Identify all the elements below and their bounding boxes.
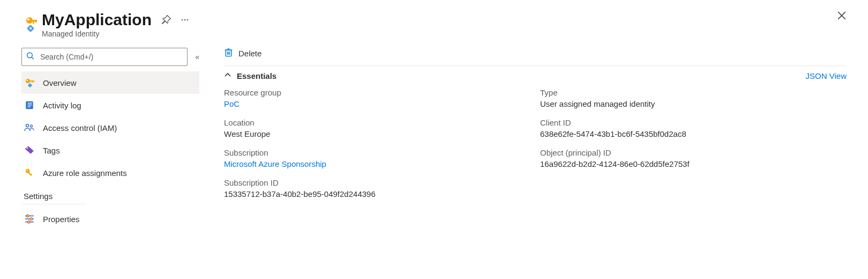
sidebar-item-label: Properties [43,215,79,224]
essentials-grid: Resource group PoC Type User assigned ma… [224,88,847,199]
field-label: Object (principal) ID [540,148,847,157]
field-label: Subscription [224,148,540,157]
sidebar-item-label: Tags [43,146,60,155]
sidebar-item-azure-role-assignments[interactable]: Azure role assignments [21,161,199,184]
field-client-id: Client ID 638e62fe-5474-43b1-bc6f-5435bf… [540,118,847,138]
page-title: MyApplication [42,11,152,28]
svg-point-9 [187,19,189,20]
resource-header: MyApplication Managed Identity [21,11,847,38]
key-solid-icon [24,168,35,178]
sidebar-item-access-control[interactable]: Access control (IAM) [21,116,199,139]
page-subtitle: Managed Identity [42,30,189,38]
svg-rect-2 [33,20,34,24]
json-view-link[interactable]: JSON View [806,71,847,80]
svg-line-11 [32,57,34,60]
sliders-icon [24,214,35,224]
field-label: Client ID [540,118,847,127]
svg-point-8 [184,19,186,20]
sidebar-nav: Overview Activity log [21,71,199,184]
sidebar-section-settings: Settings [21,184,86,204]
svg-point-23 [31,125,33,127]
svg-point-10 [27,53,33,58]
svg-point-24 [27,148,28,149]
field-object-id: Object (principal) ID 16a9622d-b2d2-4124… [540,148,847,168]
field-location: Location West Europe [224,118,540,138]
field-label: Subscription ID [224,178,540,187]
svg-point-34 [28,221,30,223]
field-value: 16a9622d-b2d2-4124-86e0-62dd5fe2753f [540,159,847,168]
search-icon [26,52,35,62]
svg-point-7 [182,19,183,20]
main-content: Delete Essentials JSON View Resource gro… [199,48,847,230]
sidebar-item-label: Activity log [43,101,81,110]
essentials-label: Essentials [237,71,276,80]
field-value: 638e62fe-5474-43b1-bc6f-5435bf0d2ac8 [540,129,847,138]
svg-rect-21 [28,106,31,107]
field-subscription-id: Subscription ID 15335712-b37a-40b2-be95-… [224,178,540,199]
delete-label: Delete [238,49,261,58]
svg-point-22 [26,124,29,127]
key-icon [24,77,35,88]
sidebar-item-overview[interactable]: Overview [21,71,199,94]
trash-icon [224,48,233,59]
field-resource-group: Resource group PoC [224,88,540,108]
people-icon [24,123,35,133]
field-subscription: Subscription Microsoft Azure Sponsorship [224,148,540,168]
sidebar-item-label: Overview [43,78,77,87]
essentials-toggle[interactable]: Essentials [224,71,276,80]
book-icon [24,100,35,110]
svg-point-32 [30,218,32,220]
search-input[interactable] [21,48,188,66]
field-value: User assigned managed identity [540,99,847,108]
more-button[interactable] [181,16,189,24]
svg-rect-20 [28,105,32,105]
svg-point-26 [27,170,28,171]
field-label: Resource group [224,88,540,97]
close-button[interactable] [837,11,847,20]
svg-rect-15 [32,80,33,83]
field-value: 15335712-b37a-40b2-be95-049f2d244396 [224,189,540,199]
command-bar: Delete [224,48,847,66]
sidebar-item-tags[interactable]: Tags [21,139,199,161]
delete-button[interactable]: Delete [224,48,261,59]
sidebar: « Overview [21,48,199,230]
pin-button[interactable] [161,15,171,25]
field-label: Location [224,118,540,127]
svg-rect-3 [35,20,37,23]
field-type: Type User assigned managed identity [540,88,847,108]
search-box [21,48,188,66]
svg-rect-16 [33,80,34,82]
subscription-link[interactable]: Microsoft Azure Sponsorship [224,159,540,168]
svg-point-30 [27,215,29,217]
sidebar-item-properties[interactable]: Properties [21,208,199,230]
collapse-sidebar-button[interactable]: « [195,53,199,61]
chevron-up-icon [224,71,231,80]
sidebar-item-label: Access control (IAM) [43,123,117,133]
svg-point-13 [27,80,28,81]
svg-rect-19 [28,103,32,104]
sidebar-item-activity-log[interactable]: Activity log [21,94,199,116]
resource-group-link[interactable]: PoC [224,99,540,108]
svg-point-4 [27,18,29,20]
managed-identity-icon [21,11,40,32]
field-label: Type [540,88,847,97]
sidebar-item-label: Azure role assignments [43,168,127,178]
field-value: West Europe [224,129,540,138]
svg-rect-17 [28,83,32,87]
tag-icon [24,145,35,155]
sidebar-nav-settings: Properties [21,208,199,230]
